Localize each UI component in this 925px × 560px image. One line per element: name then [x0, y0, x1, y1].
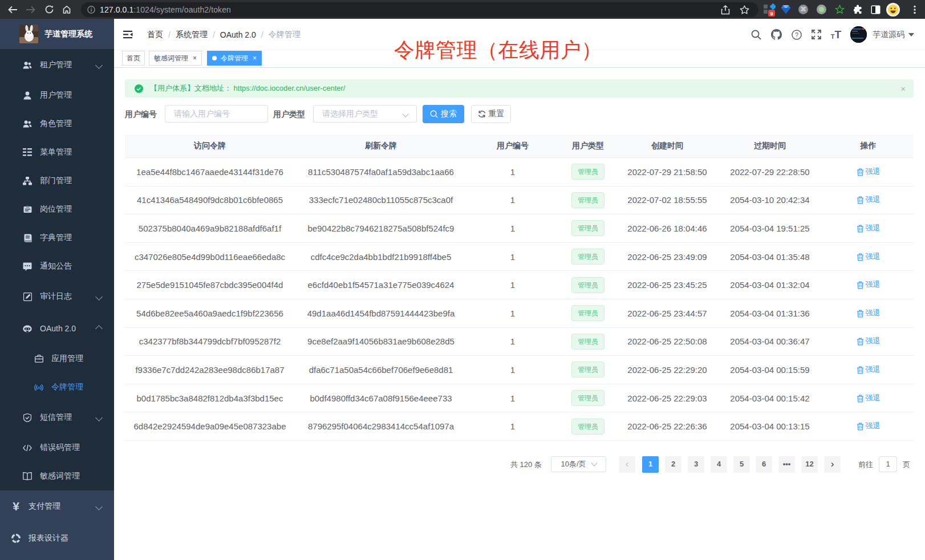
svg-text:⌘: ⌘ [800, 6, 806, 13]
svg-text:?: ? [795, 31, 798, 38]
svg-text:a: a [38, 385, 40, 390]
svg-text:9: 9 [770, 10, 773, 16]
